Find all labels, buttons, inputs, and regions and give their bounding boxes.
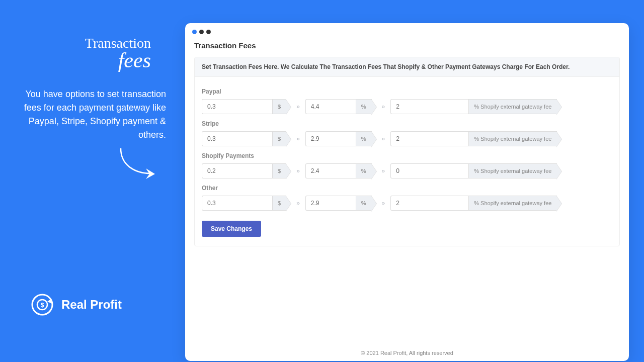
fees-card: Set Transaction Fees Here. We Calculate … xyxy=(194,57,620,246)
percent-fee-input[interactable] xyxy=(305,163,356,178)
brand-logo-icon: $ xyxy=(30,293,54,317)
dollar-suffix: $ xyxy=(272,99,286,114)
svg-text:$: $ xyxy=(41,302,44,309)
curved-arrow-icon xyxy=(116,146,161,186)
fixed-fee-input[interactable] xyxy=(202,196,272,211)
percent-fee-input[interactable] xyxy=(305,131,356,146)
gateway-fee-input[interactable] xyxy=(390,196,468,211)
promo-sidebar: Transaction fees You have options to set… xyxy=(0,0,186,362)
page-title: Transaction Fees xyxy=(194,41,620,50)
gateway-label: Stripe xyxy=(202,120,612,127)
percent-fee-input[interactable] xyxy=(305,99,356,114)
promo-description: You have options to set transaction fees… xyxy=(20,87,166,142)
gateway-label: Shopify Payments xyxy=(202,152,612,159)
percent-suffix: % xyxy=(356,196,372,211)
window-titlebar xyxy=(185,23,629,37)
fee-row: $ » % » % Shopify external gateway fee xyxy=(202,163,612,178)
window-dot-close[interactable] xyxy=(192,30,197,34)
gateway-fee-input[interactable] xyxy=(390,131,468,146)
save-button[interactable]: Save Changes xyxy=(202,221,261,237)
fee-row: $ » % » % Shopify external gateway fee xyxy=(202,196,612,211)
gateway-suffix: % Shopify external gateway fee xyxy=(468,131,557,146)
percent-fee-input[interactable] xyxy=(305,196,356,211)
fixed-fee-input[interactable] xyxy=(202,131,272,146)
gateway-fee-input[interactable] xyxy=(390,99,468,114)
dollar-suffix: $ xyxy=(272,196,286,211)
gateway-suffix: % Shopify external gateway fee xyxy=(468,99,557,114)
fees-card-header: Set Transaction Fees Here. We Calculate … xyxy=(195,57,619,77)
window-dot-max[interactable] xyxy=(206,30,211,34)
fixed-fee-input[interactable] xyxy=(202,163,272,178)
gateway-label: Other xyxy=(202,185,612,192)
gateway-label: Paypal xyxy=(202,88,612,95)
percent-suffix: % xyxy=(356,99,372,114)
footer-copyright: © 2021 Real Profit, All rights reserved xyxy=(185,345,629,361)
fee-row: $ » % » % Shopify external gateway fee xyxy=(202,99,612,114)
dollar-suffix: $ xyxy=(272,131,286,146)
fixed-fee-input[interactable] xyxy=(202,99,272,114)
gateway-suffix: % Shopify external gateway fee xyxy=(468,163,557,178)
fee-row: $ » % » % Shopify external gateway fee xyxy=(202,131,612,146)
brand-logo: $ Real Profit xyxy=(30,293,122,317)
percent-suffix: % xyxy=(356,163,372,178)
promo-title-line2: fees xyxy=(20,48,151,72)
dollar-suffix: $ xyxy=(272,163,286,178)
percent-suffix: % xyxy=(356,131,372,146)
window-dot-min[interactable] xyxy=(199,30,204,34)
gateway-fee-input[interactable] xyxy=(390,163,468,178)
gateway-suffix: % Shopify external gateway fee xyxy=(468,196,557,211)
app-window: Transaction Fees Set Transaction Fees He… xyxy=(185,23,629,361)
brand-name: Real Profit xyxy=(61,298,122,312)
